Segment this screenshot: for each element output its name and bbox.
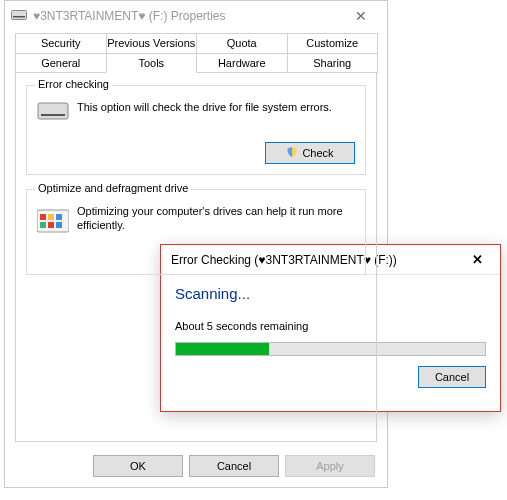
- svg-rect-9: [48, 222, 54, 228]
- svg-rect-0: [12, 11, 27, 20]
- dialog-cancel-button[interactable]: Cancel: [418, 366, 486, 388]
- group-defrag-legend: Optimize and defragment drive: [35, 182, 191, 194]
- svg-rect-2: [38, 103, 68, 119]
- window-title: ♥3NT3RTAINMENT♥ (F:) Properties: [33, 9, 226, 23]
- group-defrag: Optimize and defragment drive: [26, 189, 366, 275]
- drive-icon: [11, 10, 27, 22]
- ok-button[interactable]: OK: [93, 455, 183, 477]
- group-error-checking-legend: Error checking: [35, 78, 112, 90]
- tab-hardware[interactable]: Hardware: [196, 53, 288, 73]
- titlebar: ♥3NT3RTAINMENT♥ (F:) Properties ✕: [5, 1, 387, 31]
- hdd-icon: [37, 100, 69, 132]
- apply-button: Apply: [285, 455, 375, 477]
- tab-tools[interactable]: Tools: [106, 53, 198, 73]
- svg-rect-6: [48, 214, 54, 220]
- bottom-button-bar: OK Cancel Apply: [93, 455, 375, 477]
- window-close-button[interactable]: ✕: [343, 2, 379, 30]
- shield-icon: [286, 146, 298, 160]
- tab-previous-versions[interactable]: Previous Versions: [106, 33, 198, 53]
- svg-rect-8: [40, 222, 46, 228]
- check-button-label: Check: [302, 147, 333, 159]
- svg-rect-3: [41, 114, 65, 116]
- group-error-checking-text: This option will check the drive for fil…: [77, 100, 332, 114]
- tab-strip: Security Previous Versions Quota Customi…: [15, 33, 377, 442]
- svg-rect-10: [56, 222, 62, 228]
- group-error-checking: Error checking This option will check th…: [26, 85, 366, 175]
- defrag-icon: [37, 204, 69, 236]
- properties-window: ♥3NT3RTAINMENT♥ (F:) Properties ✕ Securi…: [4, 0, 388, 488]
- cancel-button[interactable]: Cancel: [189, 455, 279, 477]
- svg-rect-7: [56, 214, 62, 220]
- tab-panel-tools: Error checking This option will check th…: [15, 72, 377, 442]
- tab-security[interactable]: Security: [15, 33, 107, 53]
- svg-rect-4: [37, 210, 69, 232]
- svg-rect-1: [13, 16, 25, 18]
- tab-customize[interactable]: Customize: [287, 33, 379, 53]
- check-button[interactable]: Check: [265, 142, 355, 164]
- svg-rect-5: [40, 214, 46, 220]
- tab-sharing[interactable]: Sharing: [287, 53, 379, 73]
- tab-quota[interactable]: Quota: [196, 33, 288, 53]
- group-defrag-text: Optimizing your computer's drives can he…: [77, 204, 355, 232]
- tab-general[interactable]: General: [15, 53, 107, 73]
- dialog-close-button[interactable]: ✕: [462, 252, 492, 267]
